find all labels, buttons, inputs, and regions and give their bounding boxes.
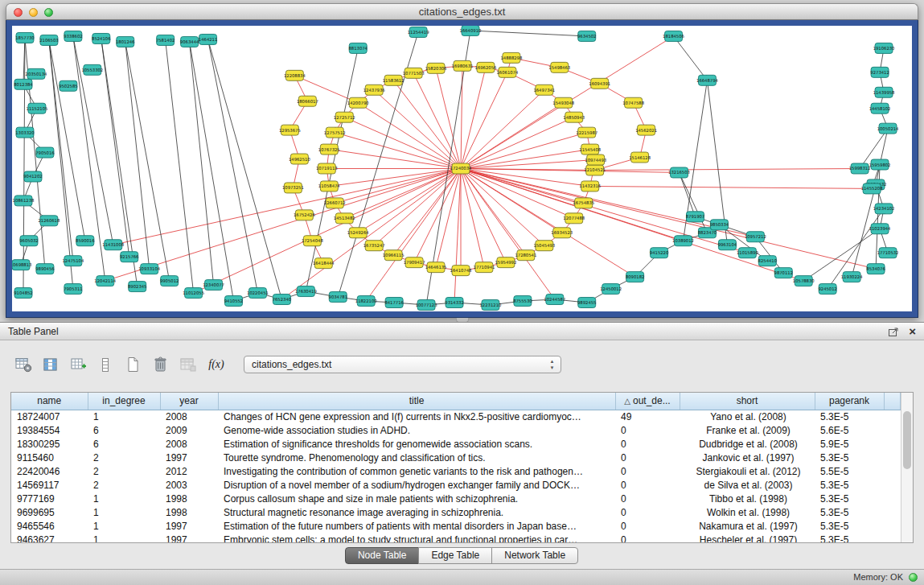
graph-node[interactable]: 9034781 bbox=[329, 292, 347, 303]
graph-node[interactable]: 12437936 bbox=[363, 84, 385, 95]
graph-edge[interactable] bbox=[595, 169, 860, 171]
graph-node[interactable]: 12340077 bbox=[203, 280, 224, 290]
zoom-window-button[interactable] bbox=[44, 8, 53, 17]
graph-node[interactable]: 16962056 bbox=[475, 62, 497, 72]
graph-node[interactable]: 9063444 bbox=[180, 36, 199, 47]
table-selector-combobox[interactable]: citations_edges.txt ▲▼ bbox=[244, 356, 561, 373]
graph-node[interactable]: 10578830 bbox=[793, 276, 815, 286]
cell-out_degree[interactable]: 0 bbox=[615, 451, 680, 465]
graph-node[interactable]: 12450012 bbox=[600, 284, 622, 295]
graph-node[interactable]: 10767325 bbox=[318, 144, 340, 154]
graph-node[interactable]: 17710941 bbox=[474, 262, 495, 273]
graph-edge[interactable] bbox=[125, 42, 150, 269]
cell-name[interactable]: 14569117 bbox=[11, 479, 88, 492]
graph-node[interactable]: 11822100 bbox=[355, 296, 377, 307]
graph-edge[interactable] bbox=[366, 169, 461, 302]
cell-in_degree[interactable]: 1 bbox=[88, 506, 160, 520]
graph-node[interactable]: 9104852 bbox=[14, 288, 32, 299]
cell-year[interactable]: 2008 bbox=[160, 410, 218, 424]
graph-node[interactable]: 11545408 bbox=[579, 144, 601, 154]
graph-node[interactable]: 11254419 bbox=[408, 27, 429, 37]
cell-short[interactable]: Stergiakouli et al. (2012) bbox=[680, 465, 815, 479]
graph-edge[interactable] bbox=[329, 150, 461, 169]
tab-network-table[interactable]: Network Table bbox=[491, 547, 578, 564]
graph-node[interactable]: 12104521 bbox=[584, 165, 606, 175]
tab-node-table[interactable]: Node Table bbox=[345, 547, 420, 564]
graph-node[interactable]: 15998312 bbox=[849, 163, 871, 174]
cell-name[interactable]: 9699695 bbox=[11, 506, 88, 520]
graph-node[interactable]: 16934523 bbox=[551, 228, 573, 238]
graph-edge[interactable] bbox=[101, 39, 129, 257]
cell-short[interactable]: Jankovic et al. (1997) bbox=[680, 451, 815, 465]
cell-in_degree[interactable]: 2 bbox=[88, 479, 160, 492]
column-header-name[interactable]: name bbox=[11, 393, 88, 410]
graph-node[interactable]: 10861238 bbox=[13, 196, 35, 206]
graph-node[interactable]: 10244587 bbox=[544, 295, 565, 305]
graph-node[interactable]: 11583612 bbox=[383, 75, 405, 85]
graph-edge[interactable] bbox=[358, 103, 461, 169]
graph-node[interactable]: 8417716 bbox=[384, 298, 404, 308]
cell-short[interactable]: Wolkin et al. (1998) bbox=[680, 506, 815, 520]
graph-edge[interactable] bbox=[344, 117, 461, 169]
cell-pagerank[interactable]: 5.6E-5 bbox=[815, 424, 884, 438]
cell-out_degree[interactable]: 0 bbox=[615, 492, 680, 506]
network-canvas[interactable]: 1724003412104521115454081221598714850943… bbox=[12, 26, 912, 311]
cell-pagerank[interactable]: 5.3E-5 bbox=[815, 492, 884, 506]
graph-edge[interactable] bbox=[49, 40, 73, 289]
graph-node[interactable]: 15954992 bbox=[495, 257, 516, 268]
delete-table-button[interactable] bbox=[150, 354, 171, 376]
graph-node[interactable]: 8755530 bbox=[513, 296, 532, 307]
graph-node[interactable]: 17254048 bbox=[302, 236, 323, 246]
graph-node[interactable]: 15959802 bbox=[869, 159, 891, 170]
graph-node[interactable]: 15045493 bbox=[533, 241, 555, 251]
cell-name[interactable]: 18724007 bbox=[11, 410, 88, 424]
graph-node[interactable]: 9963104 bbox=[718, 240, 737, 250]
graph-node[interactable]: 12725712 bbox=[334, 112, 355, 122]
graph-node[interactable]: 11015890 bbox=[737, 248, 758, 258]
graph-node[interactable]: 15146128 bbox=[629, 152, 651, 163]
graph-node[interactable]: 11431008 bbox=[102, 240, 124, 250]
graph-node[interactable]: 9245012 bbox=[818, 284, 836, 295]
graph-node[interactable]: 8524106 bbox=[92, 33, 111, 43]
graph-node[interactable]: 9905012 bbox=[160, 276, 179, 286]
graph-node[interactable]: 10973251 bbox=[282, 183, 304, 193]
graph-node[interactable]: 15249264 bbox=[347, 228, 369, 238]
graph-node[interactable]: 9502585 bbox=[59, 80, 77, 91]
graph-edge[interactable] bbox=[461, 150, 590, 169]
graph-edge[interactable] bbox=[329, 169, 461, 187]
table-row[interactable]: 911546021997Tourette syndrome. Phenomeno… bbox=[11, 451, 901, 465]
graph-edge[interactable] bbox=[461, 169, 680, 173]
cell-year[interactable]: 1998 bbox=[160, 506, 218, 520]
graph-node[interactable]: 9634502 bbox=[577, 31, 596, 41]
graph-node[interactable]: 8590016 bbox=[76, 236, 95, 246]
graph-node[interactable]: 10220451 bbox=[247, 288, 269, 299]
graph-edge[interactable] bbox=[680, 172, 708, 233]
graph-node[interactable]: 8090182 bbox=[626, 272, 644, 282]
column-header-in_degree[interactable]: in_degree bbox=[88, 393, 160, 410]
function-builder-button[interactable]: f(x) bbox=[204, 354, 228, 376]
column-header-title[interactable]: title bbox=[218, 393, 615, 410]
minimize-window-button[interactable] bbox=[29, 8, 38, 17]
cell-in_degree[interactable]: 1 bbox=[88, 492, 160, 506]
graph-node[interactable]: 1303320 bbox=[15, 127, 34, 138]
graph-edge[interactable] bbox=[461, 160, 596, 169]
cell-name[interactable]: 9465546 bbox=[11, 520, 88, 534]
graph-node[interactable]: 9338602 bbox=[64, 31, 82, 41]
cell-title[interactable]: Estimation of the future numbers of pati… bbox=[218, 520, 615, 534]
graph-node[interactable]: 11439958 bbox=[873, 87, 895, 97]
graph-node[interactable]: 8012384 bbox=[14, 79, 33, 89]
graph-node[interactable]: 10077123 bbox=[416, 300, 437, 311]
graph-node[interactable]: 13216503 bbox=[668, 167, 690, 178]
memory-status-indicator[interactable] bbox=[909, 573, 918, 582]
graph-edge[interactable] bbox=[436, 68, 461, 169]
table-scrollbar[interactable] bbox=[901, 393, 913, 542]
graph-node[interactable]: 7581402 bbox=[156, 35, 175, 45]
cell-in_degree[interactable]: 6 bbox=[88, 424, 160, 438]
graph-node[interactable]: 9870112 bbox=[774, 268, 793, 278]
graph-node[interactable]: 11432316 bbox=[579, 181, 601, 192]
graph-edge[interactable] bbox=[335, 133, 461, 169]
graph-node[interactable]: 16418444 bbox=[313, 258, 335, 269]
graph-node[interactable]: 17280541 bbox=[515, 250, 536, 261]
graph-node[interactable]: 11455208 bbox=[861, 183, 883, 194]
window-titlebar[interactable]: citations_edges.txt bbox=[6, 3, 918, 20]
